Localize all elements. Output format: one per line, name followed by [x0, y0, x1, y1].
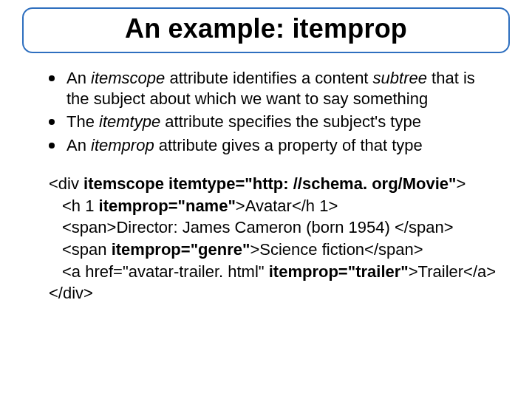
code-text: <div [49, 174, 83, 193]
slide-title: An example: itemprop [24, 13, 508, 44]
list-item: The itemtype attribute specifies the sub… [49, 112, 497, 132]
text: attribute gives a property of that type [154, 136, 423, 154]
italic-term: itemprop [91, 136, 154, 154]
content-area: An itemscope attribute identifies a cont… [13, 53, 519, 304]
code-line: <h 1 itemprop="name">Avatar</h 1> [49, 195, 497, 217]
code-text: </div> [49, 284, 93, 302]
text: attribute specifies the subject's type [160, 112, 421, 131]
code-line: <div itemscope itemtype="http: //schema.… [49, 173, 497, 195]
code-text: >Science fiction</span> [250, 240, 423, 259]
text: attribute identifies a content [165, 69, 372, 87]
code-text: <span>Director: James Cameron (born 1954… [62, 218, 454, 236]
code-text: >Trailer</a> [409, 262, 496, 281]
code-text: >Avatar</h 1> [236, 197, 338, 215]
list-item: An itemprop attribute gives a property o… [49, 135, 497, 156]
code-line: <span>Director: James Cameron (born 1954… [49, 216, 497, 239]
code-bold: itemscope itemtype="http: //schema. org/… [83, 174, 456, 193]
code-text: <span [62, 240, 112, 259]
text: The [66, 112, 99, 131]
code-line: <span itemprop="genre">Science fiction</… [49, 239, 497, 261]
code-text: <a href="avatar-trailer. html" [62, 262, 269, 281]
code-text: <h 1 [62, 197, 99, 215]
code-text: > [456, 174, 466, 193]
title-box: An example: itemprop [22, 7, 510, 53]
list-item: An itemscope attribute identifies a cont… [49, 68, 497, 109]
code-line: <a href="avatar-trailer. html" itemprop=… [49, 261, 497, 283]
code-bold: itemprop="name" [99, 197, 236, 215]
code-block: <div itemscope itemtype="http: //schema.… [49, 173, 497, 304]
text: An [66, 69, 91, 87]
slide: An example: itemprop An itemscope attrib… [0, 0, 532, 399]
bullet-list: An itemscope attribute identifies a cont… [49, 68, 497, 155]
code-line: </div> [49, 282, 497, 304]
italic-term: subtree [373, 69, 427, 87]
italic-term: itemtype [99, 112, 160, 131]
text: An [66, 136, 91, 154]
code-bold: itemprop="trailer" [269, 262, 409, 281]
code-bold: itemprop="genre" [112, 240, 250, 259]
italic-term: itemscope [91, 69, 165, 87]
